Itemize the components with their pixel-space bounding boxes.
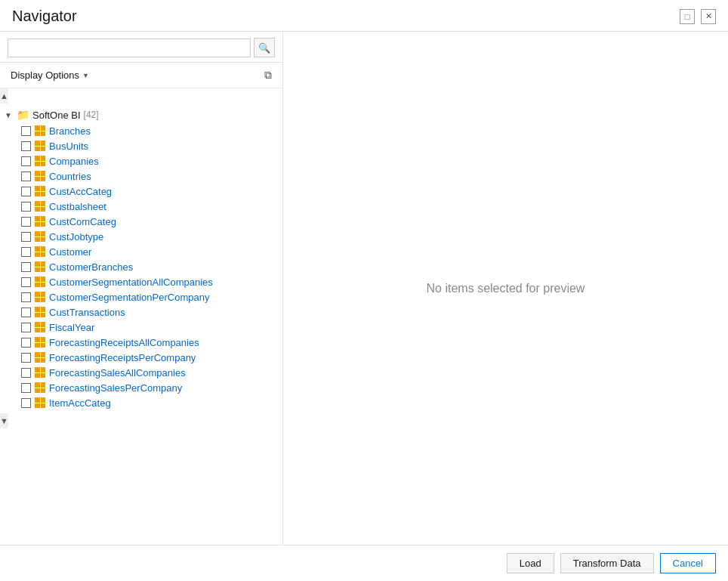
- item-label: ForecastingSalesAllCompanies: [49, 367, 186, 379]
- grid-icon: [34, 215, 46, 227]
- scroll-up-button[interactable]: ▲: [0, 88, 8, 104]
- left-panel: 🔍 Display Options ▼ ⧉ ▲: [0, 32, 283, 545]
- item-label: Customer: [49, 246, 91, 258]
- search-input[interactable]: [8, 39, 251, 57]
- item-label: ItemAccCateg: [49, 397, 111, 409]
- tree-item[interactable]: CustJobtype: [0, 229, 282, 244]
- tree-item[interactable]: Branches: [0, 123, 282, 138]
- item-checkbox[interactable]: [21, 187, 31, 196]
- transform-data-button[interactable]: Transform Data: [560, 553, 654, 573]
- grid-icon: [34, 170, 46, 182]
- no-preview-text: No items selected for preview: [427, 282, 585, 295]
- tree-item[interactable]: ForecastingReceiptsAllCompanies: [0, 335, 282, 350]
- item-checkbox[interactable]: [21, 398, 31, 408]
- table-preview-icon: ⧉: [264, 69, 272, 81]
- tree-item[interactable]: Companies: [0, 153, 282, 168]
- grid-icon: [34, 200, 46, 212]
- grid-icon: [34, 336, 46, 348]
- item-checkbox[interactable]: [21, 292, 31, 302]
- tree-item[interactable]: CustComCateg: [0, 214, 282, 229]
- item-checkbox[interactable]: [21, 217, 31, 227]
- grid-icon: [34, 140, 46, 152]
- grid-icon: [34, 261, 46, 273]
- tree-item[interactable]: BusUnits: [0, 138, 282, 153]
- tree-area[interactable]: ▲ ▼ 📁 SoftOne BI [42] BranchesBusUnitsCo…: [0, 88, 282, 545]
- grid-icon: [34, 321, 46, 333]
- load-button[interactable]: Load: [507, 553, 554, 573]
- tree-item[interactable]: CustomerBranches: [0, 259, 282, 274]
- item-checkbox[interactable]: [21, 383, 31, 393]
- tree-item[interactable]: CustAccCateg: [0, 184, 282, 199]
- tree-group-header[interactable]: ▼ 📁 SoftOne BI [42]: [0, 107, 282, 123]
- item-label: Branches: [49, 125, 91, 137]
- tree-item[interactable]: ItemAccCateg: [0, 395, 282, 410]
- item-label: CustJobtype: [49, 231, 103, 243]
- item-checkbox[interactable]: [21, 247, 31, 257]
- grid-icon: [34, 351, 46, 363]
- item-label: ForecastingReceiptsPerCompany: [49, 352, 196, 363]
- item-checkbox[interactable]: [21, 232, 31, 242]
- item-checkbox[interactable]: [21, 368, 31, 378]
- item-label: BusUnits: [49, 141, 88, 152]
- item-checkbox[interactable]: [21, 172, 31, 181]
- grid-icon: [34, 366, 46, 379]
- navigator-dialog: Navigator □ ✕ 🔍 Display Options ▼: [0, 0, 728, 581]
- tree-item[interactable]: Custbalsheet: [0, 199, 282, 214]
- tree-item[interactable]: CustomerSegmentationPerCompany: [0, 289, 282, 304]
- item-label: CustAccCateg: [49, 186, 112, 197]
- options-bar: Display Options ▼ ⧉: [0, 63, 282, 88]
- item-label: CustTransactions: [49, 307, 125, 318]
- grid-icon: [34, 276, 46, 288]
- grid-icon: [34, 306, 46, 318]
- tree-item[interactable]: Customer: [0, 244, 282, 259]
- tree-item[interactable]: ForecastingReceiptsPerCompany: [0, 350, 282, 365]
- search-button[interactable]: 🔍: [254, 38, 275, 57]
- item-label: CustomerSegmentationAllCompanies: [49, 277, 213, 288]
- tree-items: BranchesBusUnitsCompaniesCountriesCustAc…: [0, 123, 282, 410]
- item-checkbox[interactable]: [21, 277, 31, 287]
- chevron-down-icon: ▼: [82, 72, 89, 79]
- grid-icon: [34, 397, 46, 409]
- collapse-icon: ▼: [5, 111, 14, 119]
- grid-icon: [34, 185, 46, 197]
- item-label: FiscalYear: [49, 322, 94, 333]
- grid-icon: [34, 230, 46, 243]
- tree-item[interactable]: CustTransactions: [0, 304, 282, 320]
- display-options-button[interactable]: Display Options ▼: [8, 68, 92, 82]
- title-controls: □ ✕: [680, 9, 716, 24]
- item-checkbox[interactable]: [21, 353, 31, 363]
- item-checkbox[interactable]: [21, 141, 31, 151]
- tree-item[interactable]: ForecastingSalesAllCompanies: [0, 365, 282, 380]
- cancel-button[interactable]: Cancel: [660, 553, 716, 573]
- tree-item[interactable]: ForecastingSalesPerCompany: [0, 380, 282, 395]
- scroll-down-button[interactable]: ▼: [0, 413, 8, 428]
- item-checkbox[interactable]: [21, 262, 31, 272]
- item-label: CustComCateg: [49, 216, 116, 227]
- grid-icon: [34, 382, 46, 394]
- tree-item[interactable]: CustomerSegmentationAllCompanies: [0, 274, 282, 289]
- item-label: Companies: [49, 156, 99, 167]
- search-icon: 🔍: [258, 42, 270, 54]
- item-checkbox[interactable]: [21, 156, 31, 166]
- item-checkbox[interactable]: [21, 307, 31, 317]
- display-options-label: Display Options: [11, 70, 79, 81]
- item-checkbox[interactable]: [21, 126, 31, 136]
- tree-root: ▼ 📁 SoftOne BI [42] BranchesBusUnitsComp…: [0, 104, 282, 413]
- item-checkbox[interactable]: [21, 202, 31, 212]
- item-label: ForecastingReceiptsAllCompanies: [49, 337, 199, 348]
- close-button[interactable]: ✕: [701, 9, 716, 24]
- dialog-title: Navigator: [12, 8, 77, 25]
- item-label: Custbalsheet: [49, 201, 106, 212]
- right-panel: No items selected for preview: [283, 32, 728, 545]
- item-label: Countries: [49, 171, 91, 182]
- minimize-button[interactable]: □: [680, 9, 695, 24]
- group-count: [42]: [84, 110, 99, 120]
- item-label: ForecastingSalesPerCompany: [49, 382, 182, 394]
- grid-icon: [34, 246, 46, 258]
- tree-item[interactable]: FiscalYear: [0, 320, 282, 335]
- item-checkbox[interactable]: [21, 338, 31, 348]
- grid-icon: [34, 291, 46, 303]
- item-checkbox[interactable]: [21, 323, 31, 332]
- table-preview-button[interactable]: ⧉: [261, 67, 275, 83]
- tree-item[interactable]: Countries: [0, 168, 282, 184]
